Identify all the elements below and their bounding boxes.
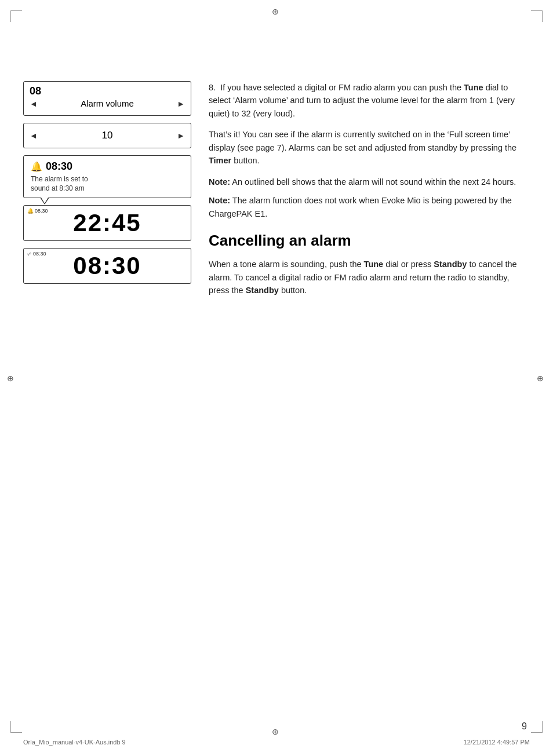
tooltip-pointer	[40, 198, 49, 204]
alarm-tooltip-header: 🔔 08:30	[31, 160, 184, 173]
crosshair-left	[7, 374, 16, 383]
corner-mark-tl	[10, 10, 22, 22]
cancel-para1-last: button.	[279, 286, 307, 295]
footer-bar: Orla_Mio_manual-v4-UK-Aus.indb 9 12/21/2…	[23, 739, 530, 746]
alarm-time-small-2245: 08:30	[35, 208, 48, 214]
note1-label: Note:	[209, 177, 230, 187]
tooltip-line1: The alarm is set to	[31, 175, 88, 183]
cancel-para1-mid: dial or press	[383, 260, 434, 269]
footer-right: 12/21/2012 4:49:57 PM	[464, 739, 530, 746]
page-number: 9	[522, 721, 527, 732]
crosshair-right	[537, 374, 546, 383]
corner-mark-br	[531, 721, 543, 733]
time-2245-screen: 🔔 08:30 22:45	[23, 205, 191, 241]
step-8-intro: If you have selected a digital or FM rad…	[220, 83, 464, 92]
right-column: 8. If you have selected a digital or FM …	[209, 35, 530, 721]
alarm-indicator-0830: ✂ 08:30	[27, 251, 46, 257]
para1-end: button.	[231, 156, 259, 165]
scissors-icon: ✂	[26, 250, 33, 258]
alarm-tooltip-text: The alarm is set to sound at 8:30 am	[31, 175, 184, 193]
time-display-0830: 08:30	[30, 252, 185, 280]
alarm-tooltip-box: 🔔 08:30 The alarm is set to sound at 8:3…	[23, 155, 191, 198]
cancel-para: When a tone alarm is sounding, push the …	[209, 258, 530, 297]
cancel-standby2-bold: Standby	[246, 286, 279, 295]
alarm-indicator-2245: 🔔 08:30	[27, 208, 48, 214]
note2-label: Note:	[209, 196, 230, 205]
step-8-number: 8.	[209, 83, 216, 92]
volume-arrow-left: ◄	[30, 131, 38, 140]
volume-value: 10	[38, 130, 177, 141]
alarm-tooltip-time: 08:30	[46, 160, 72, 173]
left-column: 08 ◄ Alarm volume ► ◄ 10 ► 🔔 08:30 The a…	[23, 35, 191, 721]
volume-arrow-right: ►	[177, 131, 185, 140]
note-1: Note: An outlined bell shows that the al…	[209, 176, 530, 188]
footer-left: Orla_Mio_manual-v4-UK-Aus.indb 9	[23, 739, 126, 746]
alarm-tooltip-container: 🔔 08:30 The alarm is set to sound at 8:3…	[23, 155, 191, 198]
para1-text: That’s it! You can see if the alarm is c…	[209, 130, 516, 152]
alarm-volume-number: 08	[30, 85, 185, 97]
bell-small-icon: 🔔	[27, 208, 34, 214]
tooltip-line2: sound at 8:30 am	[31, 184, 85, 192]
corner-mark-bl	[10, 721, 22, 733]
alarm-volume-screen: 08 ◄ Alarm volume ►	[23, 81, 191, 116]
crosshair-top	[272, 7, 281, 16]
paragraph-1: That’s it! You can see if the alarm is c…	[209, 128, 530, 167]
step-8-text: 8. If you have selected a digital or FM …	[209, 81, 530, 120]
note-2: Note: The alarm function does not work w…	[209, 194, 530, 220]
alarm-volume-arrow-right: ►	[177, 99, 185, 108]
alarm-volume-arrow-left: ◄	[30, 99, 38, 108]
time-0830-screen: ✂ 08:30 08:30	[23, 248, 191, 284]
page-content: 08 ◄ Alarm volume ► ◄ 10 ► 🔔 08:30 The a…	[23, 35, 530, 721]
cancel-para1: When a tone alarm is sounding, push the	[209, 260, 364, 269]
alarm-volume-row: ◄ Alarm volume ►	[30, 98, 185, 108]
volume-screen: ◄ 10 ►	[23, 123, 191, 148]
bell-filled-icon: 🔔	[31, 161, 42, 172]
cancelling-alarm-section: Cancelling an alarm When a tone alarm is…	[209, 232, 530, 297]
tune-bold-1: Tune	[464, 83, 483, 92]
cancel-standby-bold: Standby	[434, 260, 467, 269]
time-display-2245: 22:45	[30, 209, 185, 237]
note1-text: An outlined bell shows that the alarm wi…	[230, 177, 516, 187]
step-8-content: 8. If you have selected a digital or FM …	[209, 81, 530, 220]
note2-text: The alarm function does not work when Ev…	[209, 196, 512, 218]
alarm-volume-label: Alarm volume	[38, 98, 177, 108]
corner-mark-tr	[531, 10, 543, 22]
alarm-time-small-0830: 08:30	[33, 251, 46, 257]
crosshair-bottom	[272, 727, 281, 736]
cancel-tune-bold: Tune	[364, 260, 384, 269]
cancelling-alarm-heading: Cancelling an alarm	[209, 232, 530, 250]
timer-bold: Timer	[209, 156, 231, 165]
